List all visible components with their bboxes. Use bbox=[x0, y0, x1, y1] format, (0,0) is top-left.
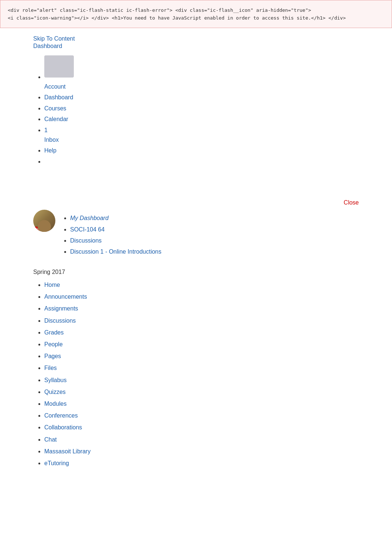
breadcrumb-section: Object 4 My Dashboard SOCI-104 64 Discus… bbox=[0, 210, 392, 258]
semester-section: Spring 2017 Home Announcements Assignmen… bbox=[0, 258, 392, 468]
breadcrumb-item-discussions: Discussions bbox=[70, 236, 161, 246]
course-link[interactable]: SOCI-104 64 bbox=[70, 226, 104, 233]
people-link[interactable]: People bbox=[44, 341, 63, 347]
discussions-breadcrumb-link[interactable]: Discussions bbox=[70, 237, 102, 244]
discussion-intro-link[interactable]: Discussion 1 - Online Introductions bbox=[70, 248, 161, 255]
global-nav-item-calendar: Calendar bbox=[44, 114, 359, 124]
course-nav-item-library: Massasoit Library bbox=[44, 446, 359, 456]
user-avatar-badge: Object 4 bbox=[34, 227, 49, 231]
breadcrumb-item-dashboard: My Dashboard bbox=[70, 213, 161, 223]
flash-alert: <div role="alert" class="ic-flash-static… bbox=[0, 0, 392, 28]
grades-link[interactable]: Grades bbox=[44, 329, 63, 336]
global-nav-item-account: Account bbox=[44, 55, 359, 91]
global-nav-item-empty bbox=[44, 157, 359, 167]
course-nav-item-collaborations: Collaborations bbox=[44, 422, 359, 432]
skip-area: Skip To Content Dashboard bbox=[0, 28, 392, 52]
global-nav-item-help: Help bbox=[44, 146, 359, 155]
course-nav-item-people: People bbox=[44, 339, 359, 349]
chat-link[interactable]: Chat bbox=[44, 436, 57, 443]
etutoring-link[interactable]: eTutoring bbox=[44, 460, 69, 466]
inbox-badge: 1 bbox=[44, 127, 48, 133]
course-nav-list: Home Announcements Assignments Discussio… bbox=[33, 280, 359, 468]
course-nav-item-grades: Grades bbox=[44, 327, 359, 337]
conferences-link[interactable]: Conferences bbox=[44, 412, 78, 419]
breadcrumb-item-discussion1: Discussion 1 - Online Introductions bbox=[70, 247, 161, 257]
global-nav-list: Account Dashboard Courses Calendar 1 Inb… bbox=[33, 55, 359, 166]
calendar-link[interactable]: Calendar bbox=[44, 116, 68, 122]
course-nav-item-quizzes: Quizzes bbox=[44, 387, 359, 397]
home-link[interactable]: Home bbox=[44, 282, 60, 288]
breadcrumb-item-course: SOCI-104 64 bbox=[70, 224, 161, 234]
course-nav-item-home: Home bbox=[44, 280, 359, 290]
global-nav-item-inbox: 1 Inbox bbox=[44, 126, 359, 144]
user-avatar: Object 4 bbox=[33, 210, 55, 232]
my-dashboard-link[interactable]: My Dashboard bbox=[70, 215, 109, 221]
modules-link[interactable]: Modules bbox=[44, 401, 66, 407]
close-button[interactable]: Close bbox=[344, 199, 359, 206]
dashboard-nav-link[interactable]: Dashboard bbox=[44, 94, 73, 100]
account-avatar-thumbnail bbox=[44, 55, 74, 78]
inbox-link[interactable]: Inbox bbox=[44, 137, 59, 143]
course-nav-item-etutoring: eTutoring bbox=[44, 458, 359, 468]
account-link[interactable]: Account bbox=[44, 83, 66, 90]
help-link[interactable]: Help bbox=[44, 147, 56, 154]
course-nav-item-conferences: Conferences bbox=[44, 411, 359, 421]
skip-to-content-link[interactable]: Skip To Content bbox=[33, 35, 359, 42]
collaborations-link[interactable]: Collaborations bbox=[44, 424, 82, 430]
flash-message: <div role="alert" class="ic-flash-static… bbox=[8, 7, 346, 21]
files-link[interactable]: Files bbox=[44, 365, 57, 371]
quizzes-link[interactable]: Quizzes bbox=[44, 389, 66, 395]
assignments-link[interactable]: Assignments bbox=[44, 305, 78, 312]
course-nav-item-announcements: Announcements bbox=[44, 292, 359, 302]
global-nav: Account Dashboard Courses Calendar 1 Inb… bbox=[0, 55, 392, 166]
discussions-link[interactable]: Discussions bbox=[44, 318, 76, 324]
course-nav-item-chat: Chat bbox=[44, 435, 359, 445]
library-link[interactable]: Massasoit Library bbox=[44, 448, 90, 454]
courses-link[interactable]: Courses bbox=[44, 105, 66, 111]
course-nav-item-pages: Pages bbox=[44, 351, 359, 361]
announcements-link[interactable]: Announcements bbox=[44, 294, 87, 300]
course-nav-item-discussions: Discussions bbox=[44, 316, 359, 326]
syllabus-link[interactable]: Syllabus bbox=[44, 377, 66, 383]
semester-label: Spring 2017 bbox=[33, 269, 359, 275]
global-nav-item-courses: Courses bbox=[44, 104, 359, 113]
breadcrumb-list: My Dashboard SOCI-104 64 Discussions Dis… bbox=[63, 212, 161, 258]
course-nav-item-modules: Modules bbox=[44, 399, 359, 409]
course-nav-item-syllabus: Syllabus bbox=[44, 375, 359, 385]
pages-link[interactable]: Pages bbox=[44, 353, 61, 359]
close-btn-container: Close bbox=[0, 196, 392, 206]
global-nav-item-dashboard: Dashboard bbox=[44, 93, 359, 102]
course-nav-item-assignments: Assignments bbox=[44, 303, 359, 313]
course-nav-item-files: Files bbox=[44, 363, 359, 373]
dashboard-link[interactable]: Dashboard bbox=[33, 43, 359, 49]
